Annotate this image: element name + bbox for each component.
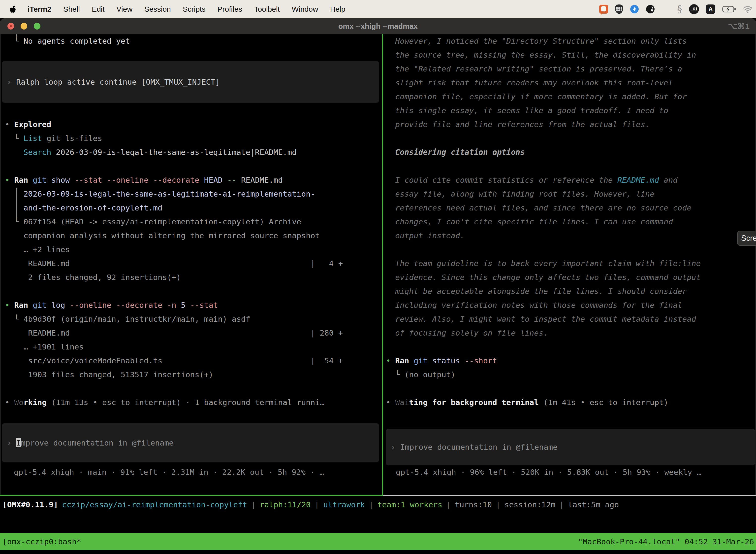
terminal-line: 2026-03-09-is-legal-the-same-as-legitima… [5, 187, 382, 201]
prompt-chevron: › [2, 438, 16, 447]
omx-bar-segments: [OMX#0.11.9]cczip/essay/ai-reimplementat… [2, 498, 619, 511]
terminal-line: this single essay, it seems like a good … [386, 104, 756, 117]
terminal-line: provide file and line references from th… [386, 117, 756, 131]
recording-indicator-icon[interactable] [599, 5, 608, 14]
terminal-line: README.md | 280 + [5, 326, 382, 340]
menu-toolbelt[interactable]: Toolbelt [248, 5, 286, 13]
terminal-line: • Explored [5, 117, 382, 131]
menu-iterm2[interactable]: iTerm2 [21, 5, 57, 13]
terminal-line [386, 340, 756, 354]
terminal-line: • Ran git status --short [386, 354, 756, 368]
terminal-line: changes, I can't cite specific file line… [386, 215, 756, 229]
window-title: omx --xhigh --madmax [338, 22, 418, 31]
menu-window[interactable]: Window [286, 5, 324, 13]
omx-bar-segment: ralph:11/20 [260, 498, 311, 511]
terminal-line: • Waiting for background terminal (1m 41… [386, 395, 756, 409]
terminal-line: However, I noticed the "Directory Struct… [386, 34, 756, 48]
terminal-line: … +1901 lines [5, 340, 382, 354]
right-prompt-input[interactable]: › Improve documentation in @filename [386, 429, 755, 465]
crescent-circle-icon[interactable] [646, 5, 655, 14]
terminal-line: essay file, along with finding root file… [386, 187, 756, 201]
terminal-line: companion file, especially if more comme… [386, 90, 756, 104]
menu-session[interactable]: Session [138, 5, 177, 13]
a-app-icon[interactable]: A [706, 4, 715, 14]
percent-badge-icon[interactable]: ..61 [689, 4, 699, 14]
omx-bar-separator: | [311, 498, 323, 511]
terminal-line: of focusing solely on file lines. [386, 326, 756, 340]
menu-help[interactable]: Help [324, 5, 352, 13]
pane-divider[interactable] [382, 34, 383, 495]
terminal-line: └ List git ls-files [5, 131, 382, 145]
prompt-chevron: › [386, 443, 400, 451]
terminal-line: └ 067f154 (HEAD -> essay/ai-reimplementa… [5, 215, 382, 229]
omx-status-bar: [OMX#0.11.9]cczip/essay/ai-reimplementat… [2, 498, 619, 511]
tree-connector [16, 34, 17, 38]
omx-bar-segment: last:5m ago [568, 498, 619, 511]
terminal-line: The team guideline is to back every impo… [386, 257, 756, 270]
terminal-line [386, 159, 756, 173]
omx-bar-segment: session:12m [504, 498, 555, 511]
minimize-button[interactable] [20, 23, 27, 30]
wifi-icon[interactable] [743, 5, 753, 13]
terminal-line [386, 131, 756, 145]
input-placeholder: mprove documentation in @filename [21, 438, 174, 447]
terminal-line: └ No agents completed yet [5, 34, 382, 48]
terminal-line: might be acceptable alongside the file l… [386, 284, 756, 298]
terminal-line: Search 2026-03-09-is-legal-the-same-as-l… [5, 145, 382, 159]
blue-badge-icon[interactable] [630, 5, 639, 14]
apple-menu-icon[interactable] [9, 5, 16, 13]
terminal-line: output instead. [386, 229, 756, 242]
menu-view[interactable]: View [111, 5, 138, 13]
menu-edit[interactable]: Edit [86, 5, 111, 13]
menu-shell[interactable]: Shell [57, 5, 86, 13]
terminal-line: the source tree, missing the essay. Stil… [386, 48, 756, 62]
tmux-session-label[interactable]: [omx-cczip0:bash* [0, 537, 81, 546]
right-agent-pane: However, I noticed the "Directory Struct… [381, 34, 756, 529]
prompt-chevron: › [2, 77, 12, 87]
terminal-line: references need actual files, and since … [386, 201, 756, 215]
section-sign-icon[interactable]: § [677, 5, 682, 14]
omx-bar-separator: | [555, 498, 568, 511]
menu-profiles[interactable]: Profiles [211, 5, 248, 13]
omx-bar-segment: [OMX#0.11.9] [2, 498, 58, 511]
omx-bar-separator: | [442, 498, 455, 511]
terminal-line: slight risk that future readers may over… [386, 76, 756, 90]
terminal-line: Considering citation options [386, 145, 756, 159]
omx-bar-segment: turns:10 [455, 498, 492, 511]
window-left-edge [0, 34, 0, 495]
terminal-line [5, 159, 382, 173]
terminal-line: └ (no output) [386, 368, 756, 382]
dots-grid-icon[interactable] [662, 5, 670, 13]
terminal-content: └ No agents completed yet• Explored └ Li… [0, 34, 756, 554]
terminal-line: README.md | 4 + [5, 257, 382, 270]
terminal-line: including verification notes with those … [386, 298, 756, 312]
right-pane-bottom-border [383, 495, 756, 496]
overlay-text: Scre [741, 234, 756, 243]
right-pane-transcript: However, I noticed the "Directory Struct… [381, 34, 756, 409]
battery-charging-icon[interactable] [722, 5, 736, 13]
tmux-status-bar: [omx-cczip0:bash* "MacBook-Pro-44.local"… [0, 533, 756, 550]
ralph-loop-banner: › Ralph loop active continue [OMX_TMUX_I… [2, 61, 379, 103]
left-agent-pane: └ No agents completed yet• Explored └ Li… [0, 34, 382, 529]
terminal-line [386, 382, 756, 395]
terminal-line: 2 files changed, 92 insertions(+) [5, 270, 382, 284]
ralph-loop-text: Ralph loop active continue [OMX_TMUX_INJ… [12, 77, 220, 87]
shield-grid-icon[interactable] [615, 4, 623, 14]
screen-share-overlay-chip[interactable]: Scre [737, 231, 756, 246]
omx-bar-separator: | [492, 498, 504, 511]
terminal-line: • Ran git log --oneline --decorate -n 5 … [5, 298, 382, 312]
left-pane-bottom-border [0, 495, 383, 496]
close-button[interactable] [7, 23, 14, 30]
tree-connector [16, 188, 17, 220]
left-prompt-input[interactable]: › Improve documentation in @filename [2, 423, 379, 462]
terminal-line: src/voice/voiceModeEnabled.ts | 54 + [5, 354, 382, 368]
terminal-line [5, 284, 382, 298]
omx-bar-segment: cczip/essay/ai-reimplementation-copyleft [58, 498, 247, 511]
terminal-line: companion analysis without altering the … [5, 229, 382, 242]
terminal-line: the "Related research writing" section i… [386, 62, 756, 76]
zoom-button[interactable] [34, 23, 41, 30]
omx-bar-segment: ultrawork [323, 498, 365, 511]
omx-bar-separator: | [365, 498, 378, 511]
menu-items: iTerm2ShellEditViewSessionScriptsProfile… [21, 5, 351, 13]
menu-scripts[interactable]: Scripts [177, 5, 211, 13]
